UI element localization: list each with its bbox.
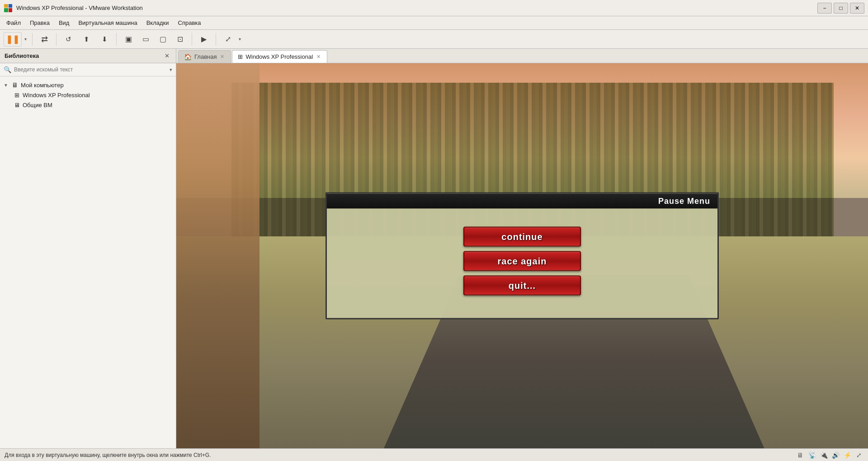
- vm-tab-icon: ⊞: [238, 53, 243, 60]
- sidebar: Библиотека ✕ 🔍 ▾ ▼ 🖥 Мой компьютер ⊞ Win…: [0, 49, 176, 448]
- fullscreen-button[interactable]: ⤢: [220, 32, 236, 47]
- vm-icon-winxp: ⊞: [13, 91, 21, 99]
- search-icon: 🔍: [4, 66, 11, 73]
- left-scene: [176, 63, 259, 448]
- sidebar-title: Библиотека: [5, 52, 39, 59]
- minimize-button[interactable]: −: [817, 3, 832, 14]
- tab-winxp-close[interactable]: ✕: [316, 53, 321, 60]
- pause-dropdown-arrow[interactable]: ▾: [22, 32, 28, 47]
- audio-icon[interactable]: 🔊: [831, 451, 840, 460]
- view-buttons: ▣ ▭ ▢ ⊡: [120, 32, 188, 47]
- menu-file[interactable]: Файл: [2, 18, 25, 28]
- display-icon[interactable]: 🖥: [796, 451, 805, 460]
- power-icon[interactable]: ⚡: [843, 451, 852, 460]
- tree-item-my-computer[interactable]: ▼ 🖥 Мой компьютер: [2, 80, 174, 90]
- separator-3: [116, 33, 117, 46]
- tab-home[interactable]: 🏠 Главная ✕: [178, 50, 231, 63]
- vmware-icon: [4, 4, 12, 12]
- tab-home-close[interactable]: ✕: [219, 53, 225, 60]
- menu-view[interactable]: Вид: [54, 18, 74, 28]
- tree-label-my-computer: Мой компьютер: [21, 82, 64, 89]
- pause-menu: Pause Menu continue race again quit...: [326, 193, 719, 320]
- race-again-button[interactable]: race again: [463, 251, 581, 271]
- usb-icon[interactable]: 🔌: [819, 451, 828, 460]
- normal-view-button[interactable]: ▣: [120, 32, 137, 47]
- search-input[interactable]: [14, 66, 167, 73]
- close-button[interactable]: ✕: [850, 3, 864, 14]
- fullscreen-dropdown[interactable]: ⤢ ▾: [220, 32, 243, 47]
- fullscreen-dropdown-arrow[interactable]: ▾: [236, 32, 243, 47]
- title-bar: Windows XP Professional - VMware Worksta…: [0, 0, 868, 16]
- status-icons: 🖥 📡 🔌 🔊 ⚡ ⤢: [796, 451, 863, 460]
- tab-winxp-label: Windows XP Professional: [245, 53, 313, 60]
- quit-button[interactable]: quit...: [463, 276, 581, 296]
- full-screen-button[interactable]: ▭: [137, 32, 154, 47]
- sidebar-search-area: 🔍 ▾: [0, 63, 176, 76]
- maximize-button[interactable]: □: [834, 3, 848, 14]
- revert-snapshot-button[interactable]: ⬆: [78, 32, 94, 47]
- send-ctrl-alt-del-button[interactable]: ⇄: [36, 32, 52, 47]
- fullscreen-status-icon[interactable]: ⤢: [854, 451, 863, 460]
- menu-help[interactable]: Справка: [174, 18, 206, 28]
- manage-snapshots-button[interactable]: ⬇: [96, 32, 113, 47]
- menu-vm[interactable]: Виртуальная машина: [74, 18, 142, 28]
- status-text: Для входа в эту виртуальную машину, щелк…: [5, 452, 211, 458]
- continue-button[interactable]: continue: [463, 227, 581, 247]
- unity-button[interactable]: ▢: [155, 32, 171, 47]
- content-area: 🏠 Главная ✕ ⊞ Windows XP Professional ✕: [176, 49, 868, 448]
- app-icon: [4, 4, 13, 13]
- console-button[interactable]: ▶: [196, 32, 212, 47]
- tab-home-label: Главная: [194, 53, 217, 60]
- separator-4: [192, 33, 192, 46]
- tree-label-shared: Общие ВМ: [23, 102, 52, 108]
- sidebar-close-button[interactable]: ✕: [162, 52, 171, 61]
- vm-viewport[interactable]: Pause Menu continue race again quit...: [176, 63, 868, 448]
- window-controls: − □ ✕: [817, 3, 864, 14]
- computer-icon: 🖥: [11, 81, 19, 89]
- menu-bar: Файл Правка Вид Виртуальная машина Вклад…: [0, 16, 868, 30]
- menu-tabs[interactable]: Вкладки: [142, 18, 174, 28]
- pause-menu-titlebar: Pause Menu: [327, 194, 717, 209]
- pause-dropdown[interactable]: ❚❚ ▾: [4, 32, 28, 47]
- main-layout: Библиотека ✕ 🔍 ▾ ▼ 🖥 Мой компьютер ⊞ Win…: [0, 49, 868, 448]
- pause-menu-container: Pause Menu continue race again quit...: [326, 193, 719, 320]
- menu-edit[interactable]: Правка: [25, 18, 54, 28]
- status-bar: Для входа в эту виртуальную машину, щелк…: [0, 448, 868, 461]
- pause-menu-content: continue race again quit...: [327, 209, 717, 318]
- pause-button[interactable]: ❚❚: [4, 32, 22, 47]
- network-icon[interactable]: 📡: [807, 451, 816, 460]
- tab-winxp[interactable]: ⊞ Windows XP Professional ✕: [232, 50, 327, 63]
- autofit-button[interactable]: ⊡: [172, 32, 188, 47]
- toolbar: ❚❚ ▾ ⇄ ↺ ⬆ ⬇ ▣ ▭ ▢ ⊡ ▶ ⤢ ▾: [0, 30, 868, 49]
- sidebar-header: Библиотека ✕: [0, 49, 176, 63]
- vm-icon-shared: 🖥: [13, 101, 21, 109]
- window-title: Windows XP Professional - VMware Worksta…: [16, 5, 814, 11]
- sidebar-tree: ▼ 🖥 Мой компьютер ⊞ Windows XP Professio…: [0, 76, 176, 448]
- separator-5: [216, 33, 216, 46]
- tree-item-winxp[interactable]: ⊞ Windows XP Professional: [2, 90, 174, 100]
- search-dropdown-arrow[interactable]: ▾: [170, 67, 172, 73]
- separator-2: [56, 33, 57, 46]
- home-icon: 🏠: [184, 53, 192, 61]
- take-snapshot-button[interactable]: ↺: [60, 32, 76, 47]
- expand-icon: ▼: [4, 83, 10, 88]
- tree-item-shared-vms[interactable]: 🖥 Общие ВМ: [2, 100, 174, 110]
- tree-label-winxp: Windows XP Professional: [23, 92, 90, 99]
- tab-bar: 🏠 Главная ✕ ⊞ Windows XP Professional ✕: [176, 49, 868, 63]
- separator-1: [32, 33, 33, 46]
- pause-menu-title: Pause Menu: [658, 197, 710, 206]
